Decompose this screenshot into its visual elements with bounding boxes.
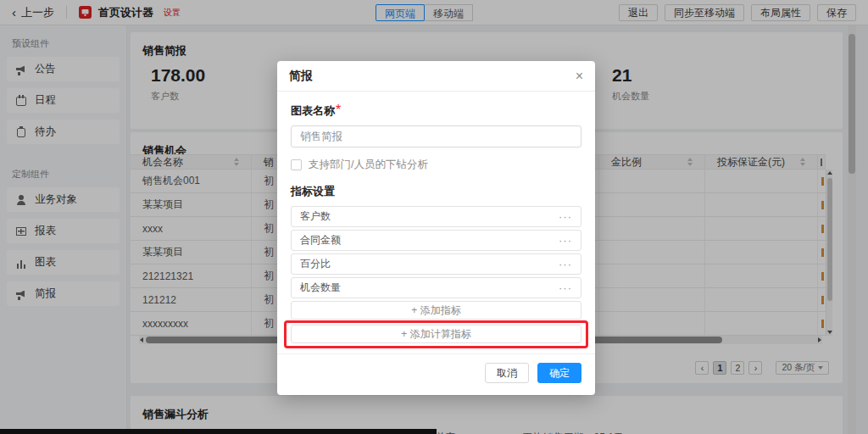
indicator-label: 百分比 (300, 257, 331, 271)
brief-settings-modal: 简报 × 图表名称* 销售简报 支持部门/人员的下钻分析 指标设置 客户数 ··… (277, 61, 595, 395)
modal-header: 简报 × (277, 61, 595, 92)
chart-name-input[interactable]: 销售简报 (291, 125, 581, 147)
more-icon[interactable]: ··· (559, 281, 572, 294)
chart-name-label: 图表名称 (291, 104, 335, 117)
close-icon[interactable]: × (576, 70, 583, 83)
modal-title: 简报 (289, 69, 313, 84)
indicator-row[interactable]: 合同金额 ··· (291, 230, 581, 251)
confirm-button[interactable]: 确定 (537, 363, 581, 383)
indicator-label: 合同金额 (300, 233, 341, 248)
add-indicator-button[interactable]: + 添加指标 (291, 301, 581, 320)
indicator-row[interactable]: 百分比 ··· (291, 253, 581, 275)
required-mark: * (336, 103, 341, 117)
add-calc-indicator-button[interactable]: + 添加计算指标 (291, 325, 581, 343)
modal-footer: 取消 确定 (277, 353, 595, 395)
indicator-list: 客户数 ··· 合同金额 ··· 百分比 ··· 机会数量 ··· (291, 206, 581, 298)
indicator-row[interactable]: 机会数量 ··· (291, 277, 581, 298)
more-icon[interactable]: ··· (559, 234, 572, 247)
drilldown-checkbox[interactable] (291, 159, 302, 170)
indicators-section-label: 指标设置 (291, 184, 581, 199)
drilldown-checkbox-row: 支持部门/人员的下钻分析 (291, 158, 581, 172)
more-icon[interactable]: ··· (559, 210, 572, 223)
indicator-label: 客户数 (300, 209, 331, 224)
indicator-row[interactable]: 客户数 ··· (291, 206, 581, 227)
more-icon[interactable]: ··· (559, 258, 572, 270)
modal-body: 图表名称* 销售简报 支持部门/人员的下钻分析 指标设置 客户数 ··· 合同金… (277, 92, 595, 343)
cancel-button[interactable]: 取消 (485, 363, 529, 383)
add-calc-indicator-wrap: + 添加计算指标 (291, 325, 581, 343)
homepage-designer-page: ‹ 上一步 首页设计器 设置 网页端移动端 退出同步至移动端布局属性保存 预设组… (0, 0, 868, 434)
drilldown-checkbox-label: 支持部门/人员的下钻分析 (309, 158, 428, 172)
indicator-label: 机会数量 (300, 281, 341, 295)
